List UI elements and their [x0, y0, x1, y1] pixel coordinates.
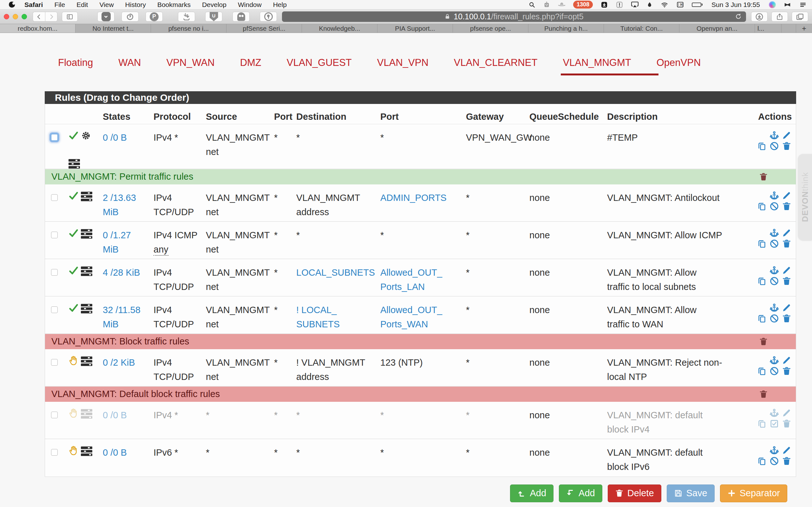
menu-item-bookmarks[interactable]: Bookmarks	[157, 1, 191, 9]
browser-tab[interactable]: redbox.hom...	[0, 24, 75, 33]
rule-checkbox[interactable]	[51, 269, 58, 276]
pinterest-icon[interactable]: P	[146, 12, 163, 21]
trash-icon[interactable]	[759, 337, 768, 346]
disable-icon[interactable]	[769, 141, 779, 151]
spiral-shell-icon[interactable]	[121, 12, 139, 21]
interface-tab-floating[interactable]: Floating	[58, 57, 93, 68]
ghostery-icon[interactable]	[233, 12, 250, 21]
rule-destination-port-link[interactable]: ADMIN_PORTS	[380, 193, 447, 203]
anchor-icon[interactable]	[769, 303, 779, 313]
battery-icon[interactable]	[692, 3, 703, 7]
drop-icon[interactable]	[647, 1, 653, 8]
copy-icon[interactable]	[757, 141, 767, 151]
rule-states-link[interactable]: 0 /0 B	[103, 447, 127, 458]
bowtie-icon[interactable]	[783, 1, 792, 8]
zoom-window-button[interactable]	[21, 14, 27, 19]
onepassword-icon[interactable]	[260, 12, 277, 21]
devonthink-side-tab[interactable]: DEVONthink	[798, 154, 812, 240]
rule-states-link[interactable]: 32 /11.58 MiB	[103, 305, 141, 329]
rule-destination-port-link[interactable]: Allowed_OUT_ Ports_WAN	[380, 305, 442, 329]
browser-tab[interactable]: Knowledgeb...	[302, 24, 377, 33]
notification-center-icon[interactable]	[799, 1, 807, 8]
apple-menu-icon[interactable]	[9, 2, 15, 8]
edit-icon[interactable]	[782, 408, 792, 418]
close-window-button[interactable]	[4, 14, 9, 19]
delete-button[interactable]: Delete	[608, 485, 661, 502]
separator-button[interactable]: Separator	[720, 485, 787, 502]
edit-icon[interactable]	[782, 191, 792, 200]
menu-item-view[interactable]: View	[99, 1, 113, 9]
browser-tab[interactable]: Openvpn an...	[679, 24, 755, 33]
rule-destination-link[interactable]: LOCAL_SUBNETS	[296, 268, 375, 278]
add-button[interactable]: Add	[559, 485, 602, 502]
interface-tab-vlan_clearnet[interactable]: VLAN_CLEARNET	[454, 57, 538, 68]
copy-icon[interactable]	[757, 276, 767, 286]
download-manager-icon[interactable]	[600, 1, 608, 9]
new-tab-button[interactable]: +	[796, 24, 812, 33]
address-bar[interactable]: 10.100.0.1/firewall_rules.php?if=opt5	[282, 11, 746, 22]
copy-icon[interactable]	[757, 314, 767, 323]
interface-tab-vlan_mngmt[interactable]: VLAN_MNGMT	[563, 57, 631, 68]
menu-item-history[interactable]: History	[125, 1, 146, 9]
edit-icon[interactable]	[782, 130, 792, 140]
browser-tab[interactable]: No Internet t...	[75, 24, 151, 33]
trash-icon[interactable]	[782, 202, 792, 211]
share-icon[interactable]	[771, 12, 788, 21]
rule-checkbox[interactable]	[51, 134, 58, 141]
add-button[interactable]: Add	[510, 485, 554, 502]
anchor-icon[interactable]	[769, 228, 779, 238]
disable-icon[interactable]	[769, 202, 779, 211]
copy-icon[interactable]	[757, 202, 767, 211]
rule-checkbox[interactable]	[51, 232, 58, 238]
menu-item-edit[interactable]: Edit	[77, 1, 88, 9]
edit-icon[interactable]	[782, 228, 792, 238]
copy-icon[interactable]	[757, 239, 767, 248]
interface-tab-wan[interactable]: WAN	[118, 57, 141, 68]
trash-icon[interactable]	[782, 456, 792, 466]
anchor-icon[interactable]	[769, 408, 779, 418]
rule-states-link[interactable]: 0 /0 B	[103, 410, 127, 420]
anchor-icon[interactable]	[769, 446, 779, 455]
menu-item-window[interactable]: Window	[238, 1, 262, 9]
browser-tab[interactable]: PIA Support...	[377, 24, 453, 33]
disable-icon[interactable]	[769, 276, 779, 286]
trash-icon[interactable]	[782, 141, 792, 151]
edit-icon[interactable]	[782, 355, 792, 365]
copy-icon[interactable]	[757, 456, 767, 466]
interface-tab-vlan_guest[interactable]: VLAN_GUEST	[287, 57, 352, 68]
downloads-stack-icon[interactable]	[178, 12, 195, 21]
interface-tab-dmz[interactable]: DMZ	[240, 57, 261, 68]
input-source-icon[interactable]: ⌘	[676, 1, 684, 8]
trash-icon[interactable]	[782, 276, 792, 286]
browser-tab-stub[interactable]	[781, 24, 796, 33]
tab-overview-icon[interactable]	[792, 12, 808, 21]
interface-tab-vlan_vpn[interactable]: VLAN_VPN	[377, 57, 428, 68]
edit-icon[interactable]	[782, 303, 792, 313]
back-button[interactable]	[33, 12, 45, 21]
sidebar-button[interactable]	[62, 12, 78, 21]
edit-icon[interactable]	[782, 266, 792, 275]
reload-icon[interactable]	[734, 13, 742, 22]
anchor-icon[interactable]	[769, 191, 779, 200]
notification-badge[interactable]: 1308	[573, 1, 593, 9]
anchor-icon[interactable]	[769, 130, 779, 140]
copy-icon[interactable]	[757, 419, 767, 429]
interface-tab-vpn_wan[interactable]: VPN_WAN	[166, 57, 214, 68]
minimize-window-button[interactable]	[13, 14, 18, 19]
anchor-icon[interactable]	[769, 355, 779, 365]
menu-item-help[interactable]: Help	[273, 1, 287, 9]
browser-tab[interactable]: pfsense ope...	[453, 24, 528, 33]
menu-item-develop[interactable]: Develop	[202, 1, 226, 9]
spy-hat-icon[interactable]	[558, 1, 565, 9]
interface-tab-openvpn[interactable]: OpenVPN	[657, 57, 701, 68]
trash-icon[interactable]	[782, 239, 792, 248]
browser-tab[interactable]: Punching a h...	[528, 24, 604, 33]
ublock-icon[interactable]: U	[205, 12, 222, 21]
browser-tab[interactable]: pfSense Seri...	[226, 24, 302, 33]
disable-icon[interactable]	[769, 366, 779, 376]
airplay-icon[interactable]	[631, 1, 639, 9]
browser-tab[interactable]: Tutorial: Con...	[604, 24, 679, 33]
trash-icon[interactable]	[759, 390, 768, 399]
rule-states-link[interactable]: 2 /13.63 MiB	[103, 193, 136, 217]
copy-icon[interactable]	[757, 366, 767, 376]
